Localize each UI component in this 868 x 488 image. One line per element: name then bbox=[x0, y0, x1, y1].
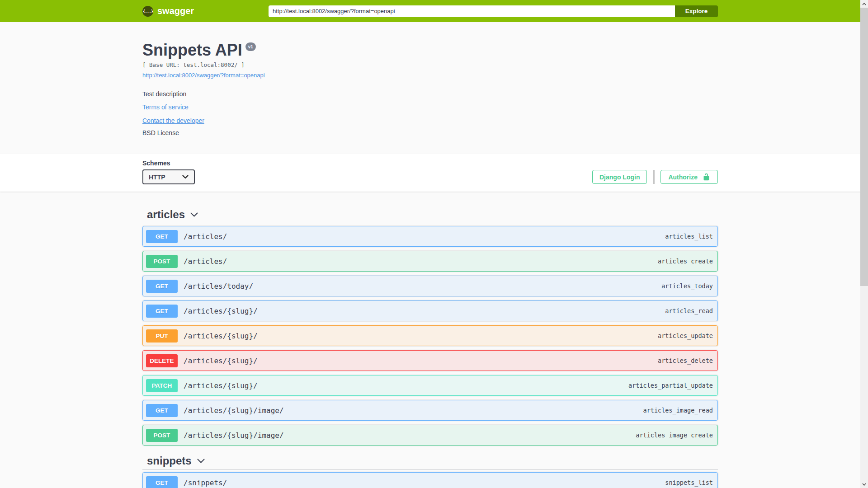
operation-row[interactable]: GET /articles/{slug}/image/ articles_ima… bbox=[142, 400, 718, 421]
operation-id: articles_read bbox=[665, 307, 714, 314]
spec-link[interactable]: http://test.local:8002/swagger/?format=o… bbox=[142, 71, 265, 79]
operation-path: /articles/{slug}/ bbox=[184, 307, 258, 315]
method-badge: GET bbox=[146, 305, 178, 318]
method-badge: GET bbox=[146, 404, 178, 417]
tag-name: articles bbox=[147, 208, 185, 221]
swagger-logo-icon: {...} bbox=[142, 6, 153, 17]
operation-path: /articles/today/ bbox=[184, 282, 253, 291]
operation-id: articles_create bbox=[658, 258, 714, 265]
contact-developer-link[interactable]: Contact the developer bbox=[142, 117, 204, 125]
operation-path: /articles/{slug}/ bbox=[184, 357, 258, 365]
tag-section: snippets GET /snippets/ snippets_list bbox=[142, 454, 718, 488]
operation-row[interactable]: POST /articles/ articles_create bbox=[142, 251, 718, 272]
operation-id: articles_partial_update bbox=[628, 382, 714, 389]
operation-id: articles_image_read bbox=[643, 407, 714, 414]
authorize-button[interactable]: Authorize bbox=[660, 170, 718, 184]
operation-row[interactable]: PUT /articles/{slug}/ articles_update bbox=[142, 325, 718, 346]
method-badge: DELETE bbox=[146, 354, 178, 367]
operation-row[interactable]: GET /articles/{slug}/ articles_read bbox=[142, 300, 718, 321]
version-badge: v1 bbox=[245, 42, 256, 51]
authorize-button-label: Authorize bbox=[668, 174, 698, 181]
method-badge: POST bbox=[146, 255, 178, 268]
scrollbar-thumb[interactable] bbox=[860, 8, 868, 286]
title-row: Snippets APIv1 bbox=[142, 41, 718, 59]
topbar: {...} swagger Explore bbox=[0, 0, 868, 22]
operation-list: GET /snippets/ snippets_list bbox=[142, 469, 718, 488]
operation-path: /articles/{slug}/ bbox=[184, 332, 258, 340]
auth-divider bbox=[653, 170, 655, 184]
chevron-down-icon bbox=[190, 212, 198, 217]
api-description: Test description bbox=[142, 90, 718, 98]
operations-list: articles GET /articles/ articles_list PO… bbox=[142, 192, 718, 488]
operation-row[interactable]: GET /articles/today/ articles_today bbox=[142, 276, 718, 296]
operation-id: articles_image_create bbox=[636, 432, 714, 439]
unlock-icon bbox=[703, 173, 710, 181]
scheme-select-value: HTTP bbox=[149, 174, 165, 181]
operation-row[interactable]: POST /articles/{slug}/image/ articles_im… bbox=[142, 425, 718, 446]
scheme-bar: Schemes HTTP Django Login Authorize bbox=[0, 154, 868, 192]
swagger-logo: {...} swagger bbox=[142, 6, 194, 17]
chevron-down-icon bbox=[862, 483, 866, 486]
operation-row[interactable]: DELETE /articles/{slug}/ articles_delete bbox=[142, 350, 718, 371]
download-url-wrapper: Explore bbox=[269, 5, 718, 17]
operation-row[interactable]: GET /articles/ articles_list bbox=[142, 226, 718, 247]
tag-header[interactable]: articles bbox=[142, 208, 718, 223]
operation-id: articles_delete bbox=[658, 357, 714, 364]
method-badge: GET bbox=[146, 476, 178, 488]
method-badge: PUT bbox=[146, 329, 178, 343]
tag-section: articles GET /articles/ articles_list PO… bbox=[142, 208, 718, 446]
chevron-down-icon bbox=[182, 175, 189, 179]
operation-path: /articles/{slug}/ bbox=[184, 381, 258, 390]
swagger-logo-text: swagger bbox=[157, 6, 194, 16]
method-badge: PATCH bbox=[146, 379, 178, 392]
scheme-select[interactable]: HTTP bbox=[142, 169, 195, 184]
url-input[interactable] bbox=[269, 5, 675, 17]
operation-id: articles_list bbox=[665, 233, 714, 240]
operation-path: /articles/ bbox=[184, 232, 227, 241]
terms-of-service-link[interactable]: Terms of service bbox=[142, 103, 189, 112]
tag-name: snippets bbox=[147, 454, 192, 468]
method-badge: GET bbox=[146, 230, 178, 243]
operation-id: articles_today bbox=[661, 282, 714, 290]
base-url: [ Base URL: test.local:8002/ ] bbox=[142, 61, 718, 69]
scrollbar-up-arrow[interactable] bbox=[860, 0, 868, 8]
license-text: BSD License bbox=[142, 129, 718, 137]
django-login-button[interactable]: Django Login bbox=[592, 170, 647, 184]
tag-header[interactable]: snippets bbox=[142, 454, 718, 469]
operation-path: /snippets/ bbox=[184, 479, 227, 487]
api-info-section: Snippets APIv1 [ Base URL: test.local:80… bbox=[0, 22, 868, 154]
operation-id: snippets_list bbox=[665, 479, 714, 486]
scrollbar-down-arrow[interactable] bbox=[860, 480, 868, 488]
scrollbar[interactable] bbox=[860, 0, 868, 488]
method-badge: GET bbox=[146, 280, 178, 293]
schemes-label: Schemes bbox=[142, 160, 195, 167]
chevron-up-icon bbox=[862, 3, 866, 5]
schemes-group: Schemes HTTP bbox=[142, 160, 195, 184]
operation-id: articles_update bbox=[658, 332, 714, 339]
operation-path: /articles/{slug}/image/ bbox=[184, 431, 284, 440]
explore-button[interactable]: Explore bbox=[675, 5, 718, 17]
method-badge: POST bbox=[146, 429, 178, 442]
auth-wrapper: Django Login Authorize bbox=[592, 170, 718, 184]
chevron-down-icon bbox=[197, 459, 205, 464]
operation-row[interactable]: GET /snippets/ snippets_list bbox=[142, 472, 718, 488]
page-title: Snippets API bbox=[142, 41, 242, 59]
operation-path: /articles/ bbox=[184, 257, 227, 266]
operation-row[interactable]: PATCH /articles/{slug}/ articles_partial… bbox=[142, 375, 718, 396]
operation-list: GET /articles/ articles_list POST /artic… bbox=[142, 223, 718, 446]
operation-path: /articles/{slug}/image/ bbox=[184, 406, 284, 415]
